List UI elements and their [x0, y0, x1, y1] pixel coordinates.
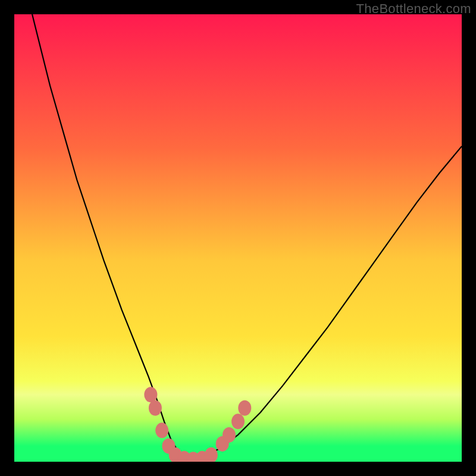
data-marker — [155, 422, 168, 438]
data-marker — [223, 427, 236, 443]
bottleneck-chart — [14, 14, 462, 462]
data-marker — [231, 414, 245, 429]
gradient-background — [14, 14, 462, 462]
data-marker — [238, 400, 251, 416]
data-marker — [144, 387, 157, 402]
watermark-text: TheBottleneck.com — [356, 1, 471, 17]
chart-frame — [14, 14, 462, 462]
data-marker — [149, 400, 162, 416]
